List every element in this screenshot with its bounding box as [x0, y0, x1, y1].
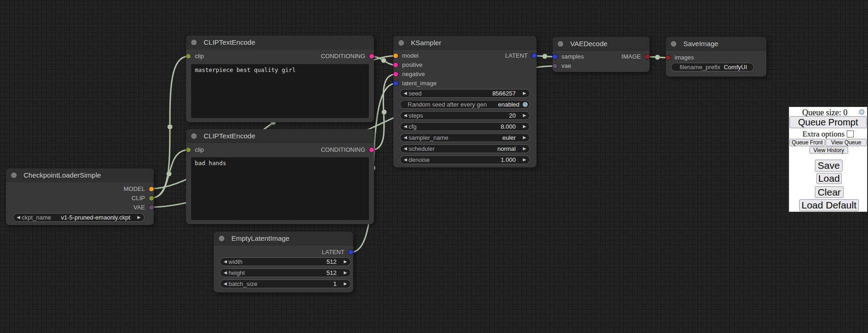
- collapse-dot-icon[interactable]: [11, 172, 17, 178]
- input-port-samples[interactable]: [553, 54, 557, 59]
- decrement-arrow-icon[interactable]: ◀: [402, 134, 409, 142]
- scheduler-widget[interactable]: ◀ scheduler normal ▶: [400, 144, 530, 153]
- output-port-conditioning[interactable]: [369, 54, 374, 59]
- input-label-vae: vae: [561, 62, 571, 69]
- output-port-latent[interactable]: [349, 250, 353, 255]
- decrement-arrow-icon[interactable]: ◀: [222, 280, 229, 288]
- collapse-dot-icon[interactable]: [191, 40, 197, 45]
- widget-value: 512: [326, 269, 337, 277]
- increment-arrow-icon[interactable]: ▶: [342, 269, 349, 277]
- increment-arrow-icon[interactable]: ▶: [521, 145, 528, 153]
- denoise-widget[interactable]: ◀ denoise 1.000 ▶: [400, 155, 530, 164]
- input-port-clip[interactable]: [186, 148, 191, 152]
- decrement-arrow-icon[interactable]: ◀: [402, 156, 409, 164]
- queue-front-button[interactable]: Queue Front: [790, 139, 825, 146]
- input-port-images[interactable]: [666, 55, 670, 60]
- input-port-negative[interactable]: [393, 72, 398, 77]
- output-port-conditioning[interactable]: [369, 148, 374, 152]
- clear-button[interactable]: Clear: [815, 186, 844, 198]
- output-port-model[interactable]: [149, 187, 154, 191]
- widget-value: enabled: [498, 101, 519, 108]
- link-midpoint-dot: [542, 54, 548, 59]
- input-port-positive[interactable]: [393, 63, 398, 67]
- output-port-latent[interactable]: [532, 54, 536, 58]
- input-label-latent-image: latent_image: [402, 80, 436, 87]
- view-queue-button[interactable]: View Queue: [826, 139, 867, 146]
- increment-arrow-icon[interactable]: ▶: [521, 134, 528, 142]
- increment-arrow-icon[interactable]: ▶: [342, 258, 349, 266]
- decrement-arrow-icon[interactable]: ◀: [402, 89, 409, 97]
- load-button[interactable]: Load: [816, 173, 842, 184]
- batch-size-widget[interactable]: ◀ batch_size 1 ▶: [220, 279, 351, 288]
- seed-toggle-icon[interactable]: [523, 102, 528, 107]
- filename-prefix-widget[interactable]: filename_prefix ComfyUI: [671, 63, 754, 71]
- node-title: SaveImage: [683, 40, 718, 48]
- collapse-dot-icon[interactable]: [219, 236, 224, 241]
- steps-widget[interactable]: ◀ steps 20 ▶: [400, 111, 530, 120]
- link-midpoint-dot: [381, 58, 386, 63]
- decrement-arrow-icon[interactable]: ◀: [402, 123, 409, 131]
- node-save-image[interactable]: SaveImage images filename_prefix ComfyUI: [666, 37, 766, 77]
- node-empty-latent-image[interactable]: EmptyLatentImage LATENT ◀ width 512 ▶ ◀ …: [214, 232, 353, 292]
- output-port-clip[interactable]: [149, 196, 154, 201]
- node-vae-decode[interactable]: VAEDecode samples IMAGE vae: [553, 37, 650, 72]
- node-clip-text-encode-negative[interactable]: CLIPTextEncode clip CONDITIONING bad han…: [186, 129, 374, 224]
- input-label-clip: clip: [195, 146, 204, 153]
- node-clip-text-encode-positive[interactable]: CLIPTextEncode clip CONDITIONING masterp…: [186, 36, 374, 122]
- increment-arrow-icon[interactable]: ▶: [521, 123, 528, 131]
- height-widget[interactable]: ◀ height 512 ▶: [220, 268, 351, 277]
- cfg-widget[interactable]: ◀ cfg 8.000 ▶: [400, 122, 530, 131]
- prompt-textarea[interactable]: masterpiece best quality girl: [191, 64, 369, 118]
- decrement-arrow-icon[interactable]: ◀: [402, 145, 409, 153]
- widget-label: sampler_name: [409, 134, 448, 142]
- widget-label: width: [229, 258, 242, 266]
- collapse-dot-icon[interactable]: [558, 41, 563, 47]
- extra-options-checkbox[interactable]: [847, 131, 854, 137]
- widget-value: 512: [326, 258, 337, 266]
- widget-label: seed: [409, 89, 422, 97]
- input-port-vae[interactable]: [553, 64, 557, 68]
- input-label-clip: clip: [195, 53, 204, 59]
- decrement-arrow-icon[interactable]: ◀: [222, 258, 229, 266]
- node-title: KSampler: [411, 39, 441, 47]
- input-label-samples: samples: [561, 53, 584, 60]
- collapse-dot-icon[interactable]: [398, 40, 404, 46]
- sampler-name-widget[interactable]: ◀ sampler_name euler ▶: [400, 133, 530, 142]
- decrement-arrow-icon[interactable]: ◀: [15, 214, 22, 221]
- input-port-model[interactable]: [393, 54, 398, 58]
- increment-arrow-icon[interactable]: ▶: [521, 156, 528, 164]
- decrement-arrow-icon[interactable]: ◀: [222, 269, 229, 277]
- node-title: CheckpointLoaderSimple: [24, 171, 101, 179]
- random-seed-toggle-widget[interactable]: Random seed after every gen enabled: [400, 100, 530, 109]
- increment-arrow-icon[interactable]: ▶: [342, 280, 349, 288]
- node-title: CLIPTextEncode: [204, 38, 255, 46]
- input-port-latent-image[interactable]: [393, 81, 398, 86]
- view-history-button[interactable]: View History: [809, 147, 848, 154]
- input-port-clip[interactable]: [186, 54, 191, 59]
- save-button[interactable]: Save: [815, 160, 843, 172]
- node-ksampler[interactable]: KSampler model LATENT positive negative …: [393, 36, 536, 167]
- settings-gear-icon[interactable]: ⚙: [858, 107, 865, 117]
- graph-canvas[interactable]: CheckpointLoaderSimple MODEL CLIP VAE ◀ …: [0, 0, 868, 333]
- ckpt-name-widget[interactable]: ◀ ckpt_name v1-5-pruned-emaonly.ckpt ▶: [13, 213, 145, 222]
- output-port-image[interactable]: [645, 54, 650, 59]
- output-label-conditioning: CONDITIONING: [321, 52, 365, 61]
- widget-label: height: [229, 269, 245, 277]
- collapse-dot-icon[interactable]: [191, 133, 197, 139]
- queue-prompt-button[interactable]: Queue Prompt: [790, 116, 867, 128]
- output-port-vae[interactable]: [149, 205, 154, 210]
- increment-arrow-icon[interactable]: ▶: [521, 89, 528, 97]
- collapse-dot-icon[interactable]: [671, 41, 676, 47]
- decrement-arrow-icon[interactable]: ◀: [402, 112, 409, 119]
- increment-arrow-icon[interactable]: ▶: [136, 214, 142, 221]
- load-default-button[interactable]: Load Default: [799, 199, 859, 211]
- widget-value: normal: [497, 145, 516, 153]
- prompt-textarea[interactable]: bad hands: [191, 157, 369, 220]
- width-widget[interactable]: ◀ width 512 ▶: [220, 257, 351, 266]
- increment-arrow-icon[interactable]: ▶: [521, 112, 528, 119]
- widget-label: filename_prefix: [680, 63, 720, 71]
- input-label-images: images: [675, 54, 694, 61]
- seed-widget[interactable]: ◀ seed 8566257 ▶: [400, 89, 530, 98]
- output-label-model: MODEL: [124, 184, 145, 194]
- node-checkpoint-loader[interactable]: CheckpointLoaderSimple MODEL CLIP VAE ◀ …: [6, 168, 154, 225]
